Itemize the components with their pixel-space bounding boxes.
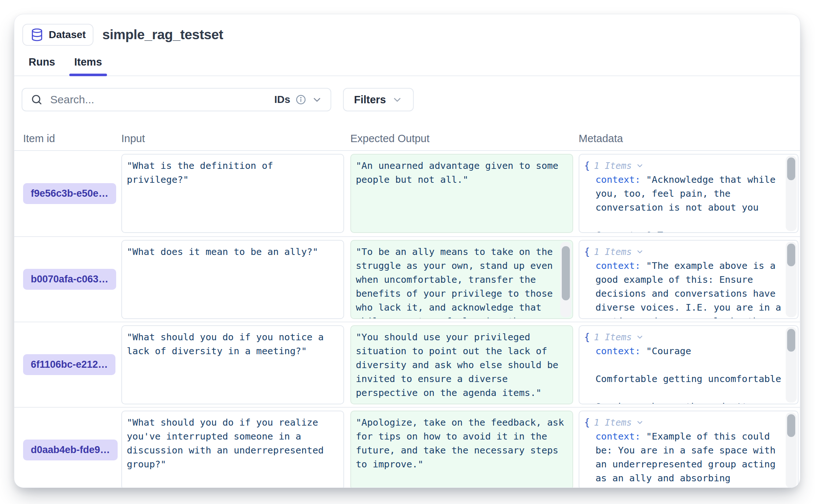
scrollbar[interactable] <box>786 327 797 403</box>
input-cell[interactable]: "What should you do if you notice a lack… <box>121 325 344 404</box>
json-items-count: 1 Items <box>594 247 632 257</box>
expected-output-cell[interactable]: "You should use your privileged situatio… <box>350 325 573 404</box>
json-open-brace: { <box>584 417 590 428</box>
scrollbar-thumb[interactable] <box>562 246 570 300</box>
search-box[interactable]: IDs <box>22 88 331 111</box>
column-header-expected-output: Expected Output <box>350 133 579 145</box>
json-items-count: 1 Items <box>594 417 632 428</box>
table-row: 6f1106bc-e212… "What should you do if yo… <box>14 322 800 407</box>
chevron-down-icon <box>636 162 644 170</box>
tab-bar: Runs Items <box>14 55 800 76</box>
expected-output-text: "To be an ally means to take on the stru… <box>356 245 568 319</box>
tab-items[interactable]: Items <box>74 55 103 75</box>
info-icon <box>295 94 306 105</box>
json-key: context <box>595 260 635 271</box>
chevron-down-icon <box>636 418 644 426</box>
table-row: b0070afa-c063… "What does it mean to be … <box>14 236 800 322</box>
item-id-badge[interactable]: b0070afa-c063… <box>23 269 116 290</box>
item-id-badge[interactable]: f9e56c3b-e50e… <box>23 183 116 204</box>
scrollbar-thumb[interactable] <box>787 158 795 180</box>
json-open-brace: { <box>584 160 590 171</box>
input-text: "What does it mean to be an ally?" <box>127 245 339 259</box>
json-key: context <box>595 431 635 442</box>
chevron-down-icon <box>392 94 403 105</box>
json-collapse-toggle[interactable]: { 1 Items <box>584 330 793 344</box>
column-header-item-id: Item id <box>23 133 121 145</box>
json-open-brace: { <box>584 246 590 257</box>
table-header: Item id Input Expected Output Metadata <box>14 127 800 151</box>
dataset-badge[interactable]: Dataset <box>22 24 93 46</box>
column-header-input: Input <box>121 133 350 145</box>
scrollbar[interactable] <box>786 242 797 317</box>
scrollbar-thumb[interactable] <box>787 414 795 437</box>
expected-output-text: "Apologize, take on the feedback, ask fo… <box>356 415 568 471</box>
scrollbar[interactable] <box>786 412 797 488</box>
json-collapse-toggle[interactable]: { 1 Items <box>584 245 793 259</box>
metadata-json: context: "Courage Comfortable getting un… <box>584 344 793 404</box>
dataset-window: Dataset simple_rag_testset Runs Items ID… <box>14 14 800 488</box>
metadata-cell[interactable]: { 1 Items context: "Acknowledge that whi… <box>579 154 799 233</box>
json-items-count: 1 Items <box>594 160 632 171</box>
input-cell[interactable]: "What is the definition of privilege?" <box>121 154 344 233</box>
input-text: "What is the definition of privilege?" <box>127 159 339 186</box>
table-row: d0aab4eb-fde9… "What should you do if yo… <box>14 407 800 488</box>
column-header-metadata: Metadata <box>579 133 800 145</box>
expected-output-cell[interactable]: "An unearned advantage given to some peo… <box>350 154 573 233</box>
search-mode-dropdown[interactable]: IDs <box>274 94 322 105</box>
search-mode-label: IDs <box>274 94 290 105</box>
tab-runs[interactable]: Runs <box>28 55 56 75</box>
input-cell[interactable]: "What should you do if you realize you'v… <box>121 411 344 488</box>
json-items-count: 1 Items <box>594 332 632 342</box>
table-row: f9e56c3b-e50e… "What is the definition o… <box>14 151 800 236</box>
scrollbar-thumb[interactable] <box>787 244 795 266</box>
item-id-badge[interactable]: d0aab4eb-fde9… <box>23 440 118 460</box>
metadata-json: context: "Example of this could be: You … <box>584 429 793 488</box>
input-text: "What should you do if you realize you'v… <box>127 415 339 471</box>
expected-output-cell[interactable]: "To be an ally means to take on the stru… <box>350 240 573 319</box>
scrollbar-thumb[interactable] <box>787 329 795 352</box>
chevron-down-icon <box>636 333 644 341</box>
metadata-json: context: "The example above is a good ex… <box>584 259 793 319</box>
input-cell[interactable]: "What does it mean to be an ally?" <box>121 240 344 319</box>
chevron-down-icon <box>636 248 644 256</box>
database-icon <box>30 28 44 42</box>
page-title: simple_rag_testset <box>102 27 223 42</box>
item-id-badge[interactable]: 6f1106bc-e212… <box>23 354 115 375</box>
scrollbar[interactable] <box>560 242 571 317</box>
expected-output-text: "You should use your privileged situatio… <box>356 330 568 400</box>
search-input[interactable] <box>49 93 268 106</box>
json-key: context <box>595 345 635 356</box>
json-key: context <box>595 174 635 185</box>
metadata-cell[interactable]: { 1 Items context: "Courage Comfortable … <box>579 325 799 404</box>
expected-output-text: "An unearned advantage given to some peo… <box>356 159 568 186</box>
filters-button-label: Filters <box>354 94 386 106</box>
chevron-down-icon <box>311 94 322 105</box>
json-collapse-toggle[interactable]: { 1 Items <box>584 415 793 429</box>
metadata-json: context: "Acknowledge that while you, to… <box>584 173 793 233</box>
expected-output-cell[interactable]: "Apologize, take on the feedback, ask fo… <box>350 411 573 488</box>
json-collapse-toggle[interactable]: { 1 Items <box>584 159 793 173</box>
search-icon <box>30 93 43 106</box>
metadata-cell[interactable]: { 1 Items context: "Example of this coul… <box>579 411 799 488</box>
scrollbar[interactable] <box>786 156 797 231</box>
input-text: "What should you do if you notice a lack… <box>127 330 339 358</box>
page-header: Dataset simple_rag_testset <box>14 14 800 46</box>
metadata-cell[interactable]: { 1 Items context: "The example above is… <box>579 240 799 319</box>
filters-button[interactable]: Filters <box>343 88 414 111</box>
toolbar: IDs Filters <box>14 88 800 111</box>
json-open-brace: { <box>584 331 590 342</box>
dataset-badge-label: Dataset <box>49 29 86 41</box>
